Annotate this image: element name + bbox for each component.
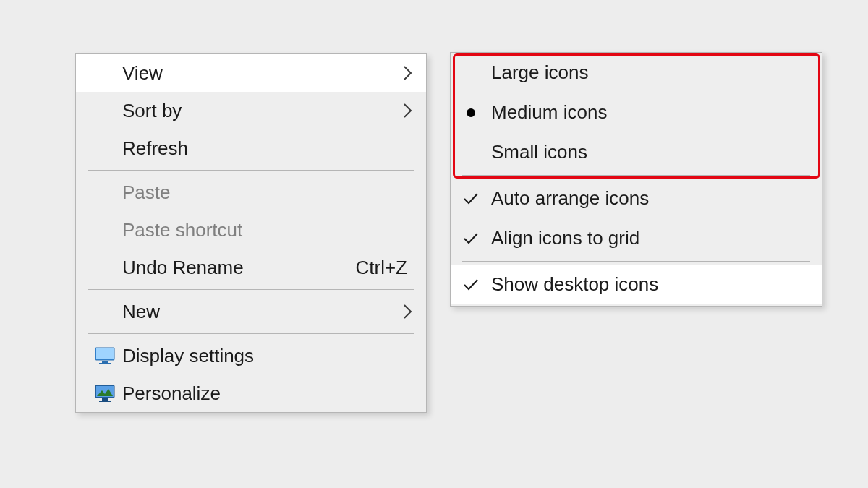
submenu-label: Large icons xyxy=(491,61,809,84)
personalize-icon xyxy=(88,384,122,403)
submenu-label: Medium icons xyxy=(491,101,809,124)
menu-label: Paste shortcut xyxy=(122,219,397,241)
menu-separator xyxy=(462,175,810,176)
menu-label: Personalize xyxy=(122,382,397,405)
svg-rect-7 xyxy=(99,401,111,402)
svg-rect-6 xyxy=(102,398,108,401)
menu-accelerator: Ctrl+Z xyxy=(356,257,414,279)
menu-item-new[interactable]: New xyxy=(76,293,426,330)
submenu-label: Small icons xyxy=(491,141,809,163)
menu-separator xyxy=(462,261,810,262)
submenu-label: Align icons to grid xyxy=(491,227,809,249)
svg-rect-3 xyxy=(99,363,111,364)
check-icon xyxy=(451,192,491,205)
menu-item-paste: Paste xyxy=(76,174,426,211)
menu-separator xyxy=(88,333,414,334)
submenu-item-large-icons[interactable]: Large icons xyxy=(451,53,822,93)
menu-label: Undo Rename xyxy=(122,257,356,279)
menu-item-refresh[interactable]: Refresh xyxy=(76,129,426,167)
submenu-item-auto-arrange[interactable]: Auto arrange icons xyxy=(451,179,822,218)
submenu-item-align-grid[interactable]: Align icons to grid xyxy=(451,218,822,258)
menu-item-view[interactable]: View xyxy=(76,54,426,92)
submenu-item-show-desktop-icons[interactable]: Show desktop icons xyxy=(451,265,822,304)
submenu-label: Show desktop icons xyxy=(491,273,809,296)
menu-label: View xyxy=(122,62,397,85)
menu-label: Sort by xyxy=(122,100,397,122)
menu-item-sort-by[interactable]: Sort by xyxy=(76,92,426,129)
menu-separator xyxy=(88,170,414,171)
display-settings-icon xyxy=(88,346,122,365)
menu-label: Display settings xyxy=(122,345,397,367)
check-icon xyxy=(451,232,491,245)
svg-rect-2 xyxy=(102,361,108,363)
menu-label: New xyxy=(122,301,397,323)
menu-item-paste-shortcut: Paste shortcut xyxy=(76,211,426,249)
chevron-right-icon xyxy=(397,65,413,81)
svg-rect-1 xyxy=(96,348,114,359)
menu-label: Refresh xyxy=(122,137,397,160)
menu-item-personalize[interactable]: Personalize xyxy=(76,374,426,412)
menu-label: Paste xyxy=(122,181,397,204)
chevron-right-icon xyxy=(397,304,413,320)
view-submenu: Large icons Medium icons Small icons Aut… xyxy=(450,52,822,307)
menu-item-undo-rename[interactable]: Undo Rename Ctrl+Z xyxy=(76,249,426,286)
chevron-right-icon xyxy=(397,103,413,119)
submenu-item-medium-icons[interactable]: Medium icons xyxy=(451,93,822,132)
submenu-item-small-icons[interactable]: Small icons xyxy=(451,132,822,172)
submenu-label: Auto arrange icons xyxy=(491,187,809,210)
check-icon xyxy=(451,278,491,291)
menu-separator xyxy=(88,289,414,290)
menu-item-display-settings[interactable]: Display settings xyxy=(76,337,426,374)
radio-marker-icon xyxy=(451,108,491,117)
desktop-context-menu: View Sort by Refresh Paste Paste shortcu… xyxy=(75,53,427,413)
